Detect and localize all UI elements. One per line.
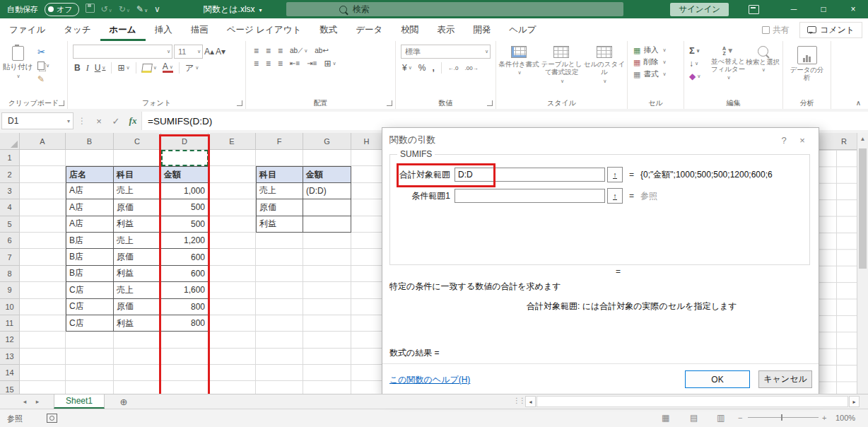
cell-C5[interactable]: 利益 xyxy=(114,216,161,233)
cell-A3[interactable] xyxy=(20,183,66,199)
cell-A1[interactable] xyxy=(20,150,66,166)
cell-H12[interactable] xyxy=(351,332,382,348)
function-help-link[interactable]: この関数のヘルプ(H) xyxy=(389,374,470,386)
tab-ヘルプ[interactable]: ヘルプ xyxy=(500,18,545,41)
cell-D5[interactable]: 500 xyxy=(161,216,209,233)
decrease-indent-icon[interactable]: ⇤≡ xyxy=(290,59,300,69)
cell-A11[interactable] xyxy=(20,315,66,332)
tab-タッチ[interactable]: タッチ xyxy=(54,18,100,41)
sort-filter-button[interactable]: AZ▼ 並べ替えとフィルター∨ xyxy=(710,43,745,98)
cell-B8[interactable]: B店 xyxy=(66,266,114,282)
cell-B5[interactable]: A店 xyxy=(66,216,114,233)
cell-G15[interactable] xyxy=(303,381,351,394)
row-header-5[interactable]: 5 xyxy=(0,216,20,233)
number-dialog-launcher-icon[interactable] xyxy=(487,100,493,106)
clipboard-dialog-launcher-icon[interactable] xyxy=(59,100,64,106)
cell-H8[interactable] xyxy=(351,266,382,282)
cell-D1[interactable] xyxy=(161,150,209,166)
cell-H3[interactable] xyxy=(351,183,382,199)
conditional-formatting-button[interactable]: 条件付き書式∨ xyxy=(498,46,539,98)
cell-H11[interactable] xyxy=(351,315,382,332)
cell-G11[interactable] xyxy=(303,315,351,332)
cell-B13[interactable] xyxy=(66,349,114,365)
cell-A14[interactable] xyxy=(20,365,66,381)
format-cells-button[interactable]: ▦書式∨ xyxy=(633,69,678,79)
col-header-right[interactable]: R xyxy=(818,133,857,150)
align-middle-icon[interactable]: ≡ xyxy=(266,46,271,56)
horizontal-scrollbar[interactable] xyxy=(536,396,848,407)
undo-icon[interactable]: ↺∨ xyxy=(101,4,112,14)
cancel-entry-icon[interactable]: × xyxy=(90,116,107,127)
dialog-close-icon[interactable]: × xyxy=(793,135,811,146)
cell-E6[interactable] xyxy=(209,233,256,249)
phonetic-guide-icon[interactable]: ア∨ xyxy=(185,63,199,73)
zoom-in-icon[interactable]: + xyxy=(822,414,826,422)
cell-E5[interactable] xyxy=(209,216,256,233)
font-size-select[interactable]: 11∨ xyxy=(174,45,203,59)
enter-entry-icon[interactable]: ✓ xyxy=(107,116,124,127)
cell-C13[interactable] xyxy=(114,349,161,365)
cancel-button[interactable]: キャンセル xyxy=(758,370,812,388)
underline-button[interactable]: U∨ xyxy=(95,63,106,73)
cell-H13[interactable] xyxy=(351,349,382,365)
cell-C7[interactable]: 原価 xyxy=(114,249,161,265)
zoom-slider[interactable] xyxy=(748,417,819,418)
new-sheet-button[interactable]: ⊕ xyxy=(115,394,133,409)
row-header-3[interactable]: 3 xyxy=(0,183,20,199)
cell-B11[interactable]: C店 xyxy=(66,315,114,332)
cell-E2[interactable] xyxy=(209,166,256,182)
cell-F5[interactable]: 利益 xyxy=(256,216,303,233)
cell-D12[interactable] xyxy=(161,332,209,348)
vertical-scrollbar[interactable]: ▲ xyxy=(857,133,868,394)
cell-F1[interactable] xyxy=(256,150,303,166)
fill-down-icon[interactable]: ↓∨ xyxy=(689,59,709,69)
cell-D13[interactable] xyxy=(161,349,209,365)
save-icon[interactable] xyxy=(86,4,95,15)
font-name-select[interactable]: ∨ xyxy=(73,45,172,59)
ribbon-display-options-icon[interactable] xyxy=(749,5,759,14)
cell-A4[interactable] xyxy=(20,199,66,216)
col-header-C[interactable]: C xyxy=(114,133,161,150)
cell-A10[interactable] xyxy=(20,299,66,315)
cell-E1[interactable] xyxy=(209,150,256,166)
tab-scroll-splitter[interactable]: ⋮⋮ xyxy=(513,397,524,404)
cell-F11[interactable] xyxy=(256,315,303,332)
cell-G6[interactable] xyxy=(303,233,351,249)
cell-F9[interactable] xyxy=(256,282,303,298)
page-break-view-icon[interactable]: ▥ xyxy=(717,413,725,423)
row-header-13[interactable]: 13 xyxy=(0,349,20,365)
sheet-nav-right-icon[interactable]: ▸ xyxy=(31,394,44,409)
bold-button[interactable]: B xyxy=(74,63,81,73)
sheet-tab-sheet1[interactable]: Sheet1 xyxy=(54,394,105,409)
currency-format-icon[interactable]: ¥∨ xyxy=(402,63,412,73)
cell-H1[interactable] xyxy=(351,150,382,166)
paste-button[interactable]: 貼り付け ∨ xyxy=(2,43,33,98)
pen-icon[interactable]: ✎∨ xyxy=(136,4,148,14)
row-header-11[interactable]: 11 xyxy=(0,315,20,332)
row-header-14[interactable]: 14 xyxy=(0,365,20,381)
tab-表示[interactable]: 表示 xyxy=(428,18,464,41)
cell-C12[interactable] xyxy=(114,332,161,348)
tab-挿入[interactable]: 挿入 xyxy=(146,18,182,41)
merge-center-icon[interactable]: ⊞∨ xyxy=(324,59,336,69)
cell-A13[interactable] xyxy=(20,349,66,365)
cell-D4[interactable]: 500 xyxy=(161,199,209,216)
clear-eraser-icon[interactable]: ◆∨ xyxy=(689,71,709,81)
cell-E8[interactable] xyxy=(209,266,256,282)
cell-G5[interactable] xyxy=(303,216,351,233)
cell-D10[interactable]: 800 xyxy=(161,299,209,315)
increase-decimal-icon[interactable]: ←.0 xyxy=(448,65,459,71)
cell-D15[interactable] xyxy=(161,381,209,394)
tab-データ[interactable]: データ xyxy=(346,18,392,41)
cell-D3[interactable]: 1,000 xyxy=(161,183,209,199)
cell-G14[interactable] xyxy=(303,365,351,381)
decrease-font-size-icon[interactable]: A▾ xyxy=(216,45,225,59)
tab-数式[interactable]: 数式 xyxy=(310,18,346,41)
cell-G3[interactable]: (D:D) xyxy=(303,183,351,199)
decrease-decimal-icon[interactable]: .00→ xyxy=(465,65,479,71)
cell-D8[interactable]: 600 xyxy=(161,266,209,282)
cell-E12[interactable] xyxy=(209,332,256,348)
cell-A12[interactable] xyxy=(20,332,66,348)
cell-E15[interactable] xyxy=(209,381,256,394)
alignment-dialog-launcher-icon[interactable] xyxy=(387,100,392,106)
